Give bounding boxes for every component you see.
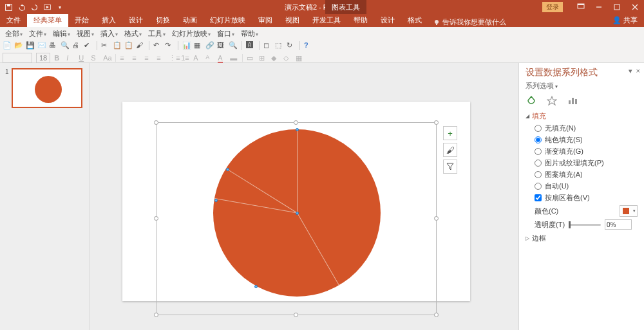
- panel-options-icon[interactable]: ▾: [629, 67, 632, 75]
- cut-icon[interactable]: ✂: [101, 41, 110, 50]
- table-icon[interactable]: ▦: [194, 41, 203, 50]
- share-button[interactable]: 👤共享: [606, 14, 644, 27]
- tab-help[interactable]: 帮助: [347, 14, 374, 27]
- data-point-handle[interactable]: [214, 199, 218, 202]
- tab-developer[interactable]: 开发工具: [306, 14, 347, 27]
- shapes-icon[interactable]: ◻: [263, 41, 272, 50]
- slide-canvas[interactable]: + 🖌: [90, 63, 518, 330]
- menu-format[interactable]: 格式: [122, 29, 144, 39]
- new-icon[interactable]: 📄: [3, 41, 12, 50]
- transparency-slider[interactable]: [569, 224, 601, 226]
- login-button[interactable]: 登录: [542, 2, 563, 12]
- start-from-beginning-icon[interactable]: [43, 3, 52, 12]
- arrange-icon[interactable]: ⬚: [275, 41, 284, 50]
- chart-elements-button[interactable]: +: [443, 126, 457, 140]
- open-icon[interactable]: 📂: [14, 41, 23, 50]
- increase-font-icon[interactable]: A: [193, 54, 202, 62]
- solid-fill-radio[interactable]: 纯色填充(S): [535, 135, 638, 145]
- close-icon[interactable]: [626, 0, 644, 14]
- data-point-handle[interactable]: [296, 128, 299, 131]
- zoom-icon[interactable]: 🔍: [229, 41, 238, 50]
- underline-icon[interactable]: U: [79, 54, 87, 62]
- redo-icon[interactable]: ↷: [165, 41, 174, 50]
- fill-color-picker[interactable]: [620, 205, 638, 217]
- fill-section-header[interactable]: ◢ 填充: [526, 111, 638, 121]
- format-painter-icon[interactable]: 🖌: [136, 41, 145, 50]
- resize-handle[interactable]: [294, 120, 298, 125]
- tab-view[interactable]: 视图: [279, 14, 306, 27]
- strikethrough-icon[interactable]: S: [91, 54, 99, 62]
- fill-line-tab-icon[interactable]: [526, 95, 537, 106]
- paste-icon[interactable]: 📋: [124, 41, 133, 50]
- menu-help[interactable]: 帮助: [238, 29, 261, 39]
- textbox-icon[interactable]: 🅰: [246, 41, 255, 50]
- rotate-icon[interactable]: ↻: [287, 41, 296, 50]
- maximize-icon[interactable]: [608, 0, 626, 14]
- menu-all[interactable]: 全部: [3, 29, 25, 39]
- bold-icon[interactable]: B: [54, 54, 62, 62]
- no-fill-radio[interactable]: 无填充(N): [535, 124, 638, 133]
- save-icon[interactable]: [4, 3, 13, 12]
- data-point-handle[interactable]: [296, 212, 299, 215]
- resize-handle[interactable]: [154, 120, 158, 125]
- font-family-combo[interactable]: [3, 53, 32, 63]
- gradient-fill-radio[interactable]: 渐变填充(G): [535, 147, 638, 156]
- print-preview-icon[interactable]: 🔍: [61, 41, 70, 50]
- picture-icon[interactable]: 🖼: [217, 41, 226, 50]
- justify-icon[interactable]: ≡: [156, 54, 165, 62]
- font-color-icon[interactable]: A: [218, 54, 226, 62]
- resize-handle[interactable]: [154, 216, 158, 221]
- tab-animations[interactable]: 动画: [176, 14, 204, 27]
- print-icon[interactable]: 🖨: [72, 41, 81, 50]
- shape-fill-icon[interactable]: ◆: [271, 54, 279, 62]
- tab-review[interactable]: 审阅: [252, 14, 279, 27]
- tab-file[interactable]: 文件: [0, 14, 27, 27]
- decrease-font-icon[interactable]: A: [205, 54, 214, 62]
- menu-insert[interactable]: 插入: [98, 29, 120, 39]
- chart-selection-box[interactable]: [156, 122, 437, 315]
- menu-view[interactable]: 视图: [74, 29, 97, 39]
- tab-chart-format[interactable]: 格式: [401, 14, 428, 27]
- chart-icon[interactable]: 📊: [182, 41, 191, 50]
- menu-window[interactable]: 窗口: [214, 29, 237, 39]
- mail-icon[interactable]: ✉️: [37, 41, 46, 50]
- hyperlink-icon[interactable]: 🔗: [205, 41, 214, 50]
- series-options-dropdown[interactable]: 系列选项: [526, 81, 638, 91]
- tab-slideshow[interactable]: 幻灯片放映: [204, 14, 252, 27]
- bullets-icon[interactable]: ⋮≡: [169, 54, 177, 62]
- border-section-header[interactable]: ▷ 边框: [526, 234, 638, 243]
- resize-handle[interactable]: [154, 313, 158, 317]
- automatic-fill-radio[interactable]: 自动(U): [535, 181, 638, 191]
- pattern-fill-radio[interactable]: 图案填充(A): [535, 170, 638, 179]
- align-left-icon[interactable]: ≡: [120, 54, 128, 62]
- font-size-combo[interactable]: 18: [36, 53, 50, 63]
- slide-thumbnail-1[interactable]: [12, 68, 82, 108]
- italic-icon[interactable]: I: [66, 54, 75, 62]
- numbering-icon[interactable]: 1≡: [181, 54, 189, 62]
- resize-handle[interactable]: [294, 313, 298, 317]
- picture-fill-radio[interactable]: 图片或纹理填充(P): [535, 158, 638, 168]
- tab-chart-design[interactable]: 设计: [374, 14, 401, 27]
- chart-filters-button[interactable]: [443, 160, 457, 174]
- tell-me[interactable]: 告诉我你想要做什么: [433, 17, 506, 27]
- tab-home[interactable]: 开始: [68, 14, 95, 27]
- save-icon[interactable]: 💾: [26, 41, 35, 50]
- align-center-icon[interactable]: ≡: [132, 54, 140, 62]
- minimize-icon[interactable]: [590, 0, 608, 14]
- menu-tools[interactable]: 工具: [146, 29, 168, 39]
- transparency-spinner[interactable]: 0%: [605, 219, 632, 230]
- panel-close-icon[interactable]: ×: [636, 67, 640, 75]
- undo-icon[interactable]: ↶: [153, 41, 162, 50]
- menu-slideshow[interactable]: 幻灯片放映: [169, 29, 213, 39]
- chart-styles-button[interactable]: 🖌: [443, 143, 457, 157]
- resize-handle[interactable]: [434, 120, 439, 125]
- effects-tab-icon[interactable]: [546, 95, 558, 106]
- text-effects-icon[interactable]: Aa: [103, 54, 111, 62]
- highlight-icon[interactable]: ▬: [230, 54, 238, 62]
- resize-handle[interactable]: [434, 313, 439, 317]
- align-right-icon[interactable]: ≡: [144, 54, 153, 62]
- resize-handle[interactable]: [434, 216, 439, 221]
- vary-colors-checkbox[interactable]: 按扇区着色(V): [535, 193, 638, 203]
- menu-file[interactable]: 文件: [26, 29, 49, 39]
- tab-insert[interactable]: 插入: [95, 14, 122, 27]
